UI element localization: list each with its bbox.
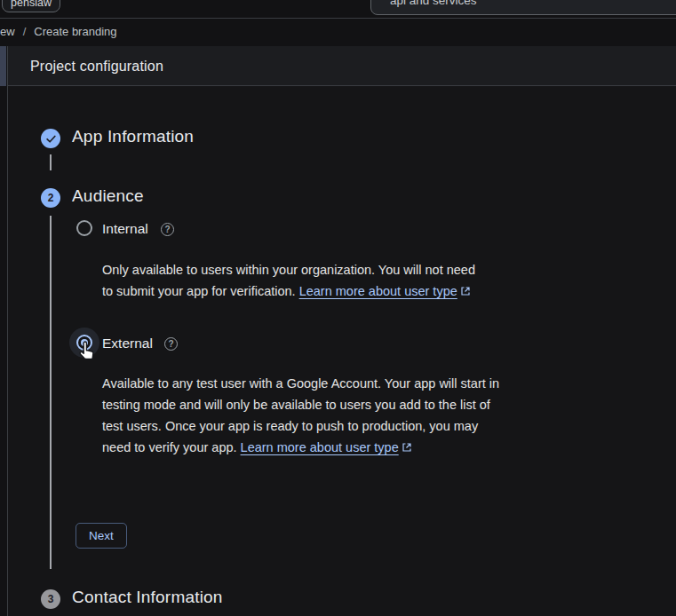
project-picker-label: penslaw: [11, 0, 52, 9]
external-link-icon: [460, 286, 471, 296]
step-3-indicator: 3: [41, 589, 60, 609]
radio-external[interactable]: [76, 335, 92, 351]
radio-internal-label[interactable]: Internal: [102, 221, 148, 237]
help-icon[interactable]: [164, 337, 178, 351]
gcloud-console-screen: penslaw api and services ew/Create brand…: [0, 0, 676, 616]
step-2-label: Audience: [72, 186, 144, 206]
radio-internal[interactable]: [76, 220, 92, 236]
step-3-number: 3: [48, 593, 54, 605]
panel-header: Project configuration: [8, 46, 676, 86]
check-icon: [45, 133, 57, 145]
step-3-label: Contact Information: [72, 588, 223, 607]
search-input-value: api and services: [390, 0, 477, 7]
breadcrumb-separator: /: [23, 25, 27, 38]
step-2-number: 2: [48, 192, 54, 204]
scrollbar-thumb[interactable]: [0, 46, 6, 86]
next-button[interactable]: Next: [76, 523, 127, 549]
step-2-indicator: 2: [41, 188, 60, 208]
learn-more-link-external[interactable]: Learn more about user type: [241, 440, 399, 454]
step-1-label: App Information: [72, 127, 194, 146]
search-input[interactable]: api and services: [370, 0, 676, 15]
breadcrumb: ew/Create branding: [0, 19, 676, 45]
step-connector: [50, 216, 52, 569]
top-bar: penslaw api and services: [0, 0, 676, 19]
step-connector: [50, 154, 52, 170]
project-configuration-panel: Project configuration App Information 2 …: [7, 46, 676, 616]
radio-external-label[interactable]: External: [102, 336, 153, 351]
breadcrumb-item-current: Create branding: [34, 25, 116, 38]
project-picker-button[interactable]: penslaw: [2, 0, 60, 12]
page-title: Project configuration: [30, 46, 163, 86]
step-1-indicator: [41, 129, 60, 148]
external-link-icon: [402, 442, 412, 453]
external-description: Available to any test user with a Google…: [102, 373, 502, 458]
learn-more-link-internal[interactable]: Learn more about user type: [299, 284, 457, 298]
internal-description: Only available to users within your orga…: [102, 259, 484, 302]
help-icon[interactable]: [161, 223, 174, 236]
breadcrumb-item-overview[interactable]: ew: [0, 25, 15, 38]
